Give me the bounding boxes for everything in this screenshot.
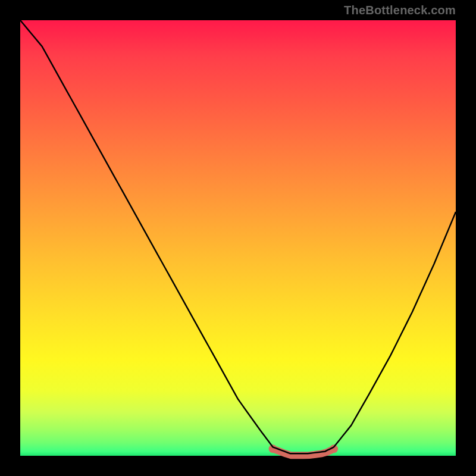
chart-svg	[20, 20, 456, 456]
chart-container: TheBottleneck.com	[0, 0, 476, 476]
bottleneck-curve	[20, 20, 456, 453]
attribution-label: TheBottleneck.com	[344, 4, 456, 17]
